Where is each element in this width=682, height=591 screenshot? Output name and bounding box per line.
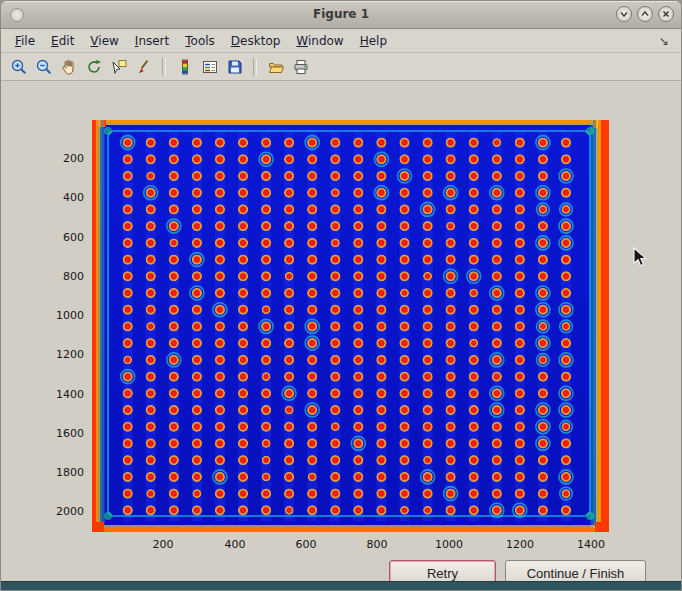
figure-content: 2004006008001000120014002004006008001000… [1,81,681,585]
y-tick-label: 1400 [46,388,84,401]
menu-desktop[interactable]: Desktop [223,32,289,50]
window-title: Figure 1 [1,1,681,28]
mouse-cursor-icon [633,247,648,272]
y-tick-label: 1800 [46,466,84,479]
zoom-out-icon[interactable] [32,55,55,78]
close-button[interactable] [658,6,674,22]
maximize-button[interactable] [637,6,653,22]
y-tick-label: 800 [46,270,84,283]
y-tick-label: 1000 [46,309,84,322]
rotate-3d-icon[interactable] [82,55,105,78]
y-tick-label: 200 [46,152,84,165]
chevron-down-icon [618,8,630,20]
menu-tools[interactable]: Tools [177,32,223,50]
toolbar-separator [162,58,166,76]
toolbar [1,53,681,81]
data-cursor-icon[interactable] [107,55,130,78]
chevron-up-icon [639,8,651,20]
figure-canvas[interactable] [92,120,609,532]
colorbar-icon[interactable] [173,55,196,78]
print-icon[interactable] [289,55,312,78]
legend-icon[interactable] [198,55,221,78]
x-tick-label: 800 [357,538,397,551]
brush-icon[interactable] [132,55,155,78]
x-tick-label: 1000 [429,538,469,551]
titlebar[interactable]: Figure 1 [1,1,681,29]
x-tick-label: 200 [143,538,183,551]
dock-arrow-icon[interactable]: ↘ [659,34,675,48]
figure-window: Figure 1 FileEditViewInsertToolsDesktopW… [0,0,682,591]
menu-insert[interactable]: Insert [127,32,177,50]
toolbar-buttons [7,55,312,78]
zoom-in-icon[interactable] [7,55,30,78]
y-tick-label: 2000 [46,505,84,518]
y-tick-label: 1200 [46,348,84,361]
menu-file[interactable]: File [7,32,43,50]
toolbar-separator [253,58,257,76]
x-tick-label: 600 [286,538,326,551]
window-bottom-edge [1,581,681,590]
pan-hand-icon[interactable] [57,55,80,78]
y-tick-label: 600 [46,231,84,244]
x-tick-label: 1400 [571,538,611,551]
y-tick-label: 400 [46,191,84,204]
y-tick-label: 1600 [46,427,84,440]
x-tick-label: 400 [215,538,255,551]
menu-window[interactable]: Window [288,32,351,50]
open-folder-icon[interactable] [264,55,287,78]
minimize-button[interactable] [616,6,632,22]
save-icon[interactable] [223,55,246,78]
menu-edit[interactable]: Edit [43,32,82,50]
x-tick-label: 1200 [500,538,540,551]
menu-view[interactable]: View [82,32,126,50]
menubar: FileEditViewInsertToolsDesktopWindowHelp… [1,29,681,53]
plot-area: 2004006008001000120014002004006008001000… [92,120,609,532]
menu-help[interactable]: Help [352,32,395,50]
menubar-items: FileEditViewInsertToolsDesktopWindowHelp [7,32,395,50]
close-icon [660,8,672,20]
